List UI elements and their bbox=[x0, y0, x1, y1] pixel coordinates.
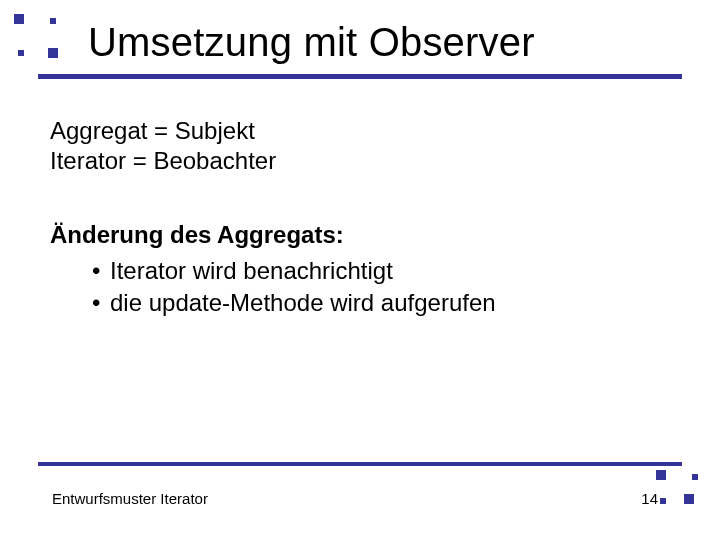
paragraph-change: Änderung des Aggregats: Iterator wird be… bbox=[50, 220, 670, 318]
decor-square-icon bbox=[14, 14, 24, 24]
list-item: Iterator wird benachrichtigt bbox=[92, 256, 670, 286]
definition-line: Aggregat = Subjekt bbox=[50, 116, 670, 146]
decor-square-icon bbox=[656, 470, 666, 480]
decor-square-icon bbox=[48, 48, 58, 58]
title-decor-squares bbox=[14, 14, 64, 68]
slide-title: Umsetzung mit Observer bbox=[88, 20, 535, 65]
change-heading: Änderung des Aggregats: bbox=[50, 220, 670, 250]
decor-square-icon bbox=[660, 498, 666, 504]
page-number: 14 bbox=[641, 490, 658, 507]
title-area: Umsetzung mit Observer bbox=[0, 14, 720, 94]
paragraph-definitions: Aggregat = Subjekt Iterator = Beobachter bbox=[50, 116, 670, 176]
decor-square-icon bbox=[50, 18, 56, 24]
definition-line: Iterator = Beobachter bbox=[50, 146, 670, 176]
footer-caption: Entwurfsmuster Iterator bbox=[52, 490, 208, 507]
slide-body: Aggregat = Subjekt Iterator = Beobachter… bbox=[50, 116, 670, 320]
footer-divider bbox=[38, 462, 682, 466]
decor-square-icon bbox=[684, 494, 694, 504]
bullet-list: Iterator wird benachrichtigt die update-… bbox=[50, 256, 670, 318]
decor-square-icon bbox=[692, 474, 698, 480]
slide: Umsetzung mit Observer Aggregat = Subjek… bbox=[0, 0, 720, 540]
decor-square-icon bbox=[18, 50, 24, 56]
title-underline bbox=[38, 74, 682, 79]
list-item: die update-Methode wird aufgerufen bbox=[92, 288, 670, 318]
footer-decor-squares bbox=[656, 470, 706, 510]
